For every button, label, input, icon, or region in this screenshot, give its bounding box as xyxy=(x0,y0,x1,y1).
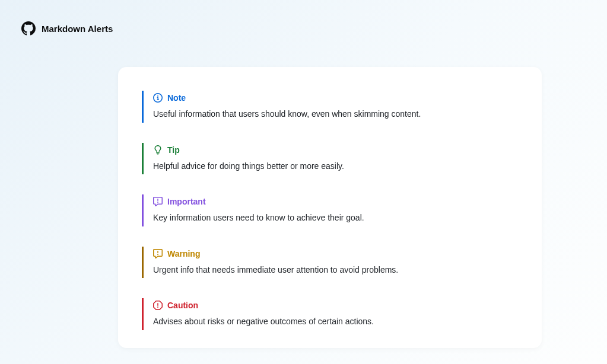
alert-header: Tip xyxy=(153,145,518,155)
github-logo-icon xyxy=(21,21,36,36)
alert-title: Tip xyxy=(167,145,180,155)
message-icon xyxy=(153,197,163,206)
alert-note: Note Useful information that users shoul… xyxy=(142,91,518,123)
alert-body: Key information users need to know to ac… xyxy=(153,212,518,224)
page-title: Markdown Alerts xyxy=(42,24,113,34)
alert-caution: Caution Advises about risks or negative … xyxy=(142,298,518,330)
warning-icon xyxy=(153,249,163,258)
alert-title: Important xyxy=(167,197,206,206)
alert-body: Urgent info that needs immediate user at… xyxy=(153,264,518,276)
alert-title: Note xyxy=(167,93,186,103)
alert-important: Important Key information users need to … xyxy=(142,194,518,226)
page-header: Markdown Alerts xyxy=(0,0,607,36)
alert-body: Helpful advice for doing things better o… xyxy=(153,161,518,173)
alert-header: Warning xyxy=(153,249,518,258)
alert-body: Advises about risks or negative outcomes… xyxy=(153,316,518,328)
alerts-card: Note Useful information that users shoul… xyxy=(118,67,542,348)
lightbulb-icon xyxy=(153,145,163,155)
alert-title: Warning xyxy=(167,249,200,258)
alert-body: Useful information that users should kno… xyxy=(153,108,518,120)
alert-tip: Tip Helpful advice for doing things bett… xyxy=(142,143,518,175)
stop-icon xyxy=(153,301,163,310)
alert-warning: Warning Urgent info that needs immediate… xyxy=(142,247,518,279)
alert-header: Important xyxy=(153,197,518,206)
alert-header: Note xyxy=(153,93,518,103)
info-icon xyxy=(153,93,163,103)
alert-header: Caution xyxy=(153,301,518,310)
alert-title: Caution xyxy=(167,301,198,310)
